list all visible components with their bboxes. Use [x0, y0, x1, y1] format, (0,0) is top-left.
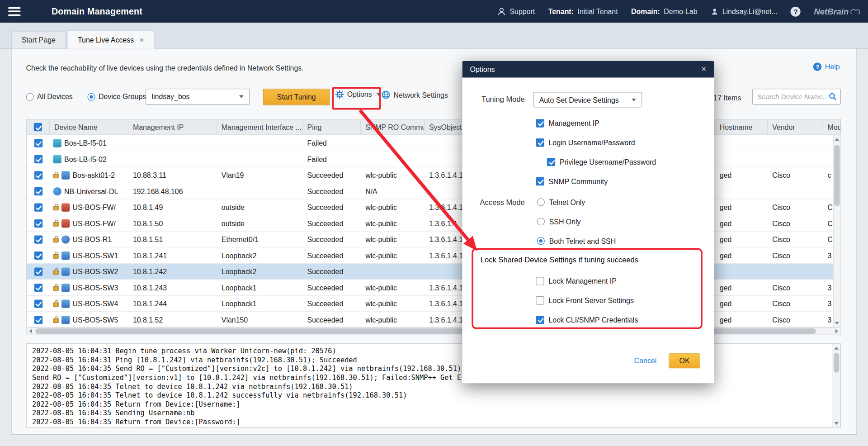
scroll-up-icon[interactable] — [833, 345, 840, 351]
checkbox[interactable] — [536, 277, 544, 285]
table-row[interactable]: US-BOS-SW210.8.1.242Loopback2Succeeded — [27, 264, 840, 280]
radio-button[interactable] — [537, 237, 545, 245]
device-name: NB-Universal-DL — [64, 187, 118, 195]
scroll-left-icon[interactable] — [27, 328, 34, 335]
tuning-option[interactable]: Management IP — [536, 119, 656, 128]
row-checkbox[interactable] — [34, 283, 42, 291]
access-mode-option[interactable]: Both Telnet and SSH — [537, 237, 616, 246]
radio-button[interactable] — [537, 198, 545, 206]
close-tab-icon[interactable] — [139, 36, 144, 44]
checkbox[interactable] — [536, 119, 544, 127]
column-header[interactable]: Model — [823, 119, 841, 134]
scroll-up-icon[interactable] — [834, 136, 840, 142]
table-vertical-scrollbar[interactable] — [833, 135, 841, 327]
column-header[interactable]: Management IP — [128, 119, 217, 134]
row-checkbox[interactable] — [34, 251, 42, 259]
column-header[interactable]: Ping — [303, 119, 361, 134]
device-groups-radio[interactable]: Device Groups — [87, 92, 146, 100]
table-row[interactable]: Bos-LB-f5-01Failed — [27, 135, 840, 152]
row-checkbox[interactable] — [34, 171, 42, 179]
row-checkbox-cell — [27, 199, 50, 215]
support-link[interactable]: Support — [497, 7, 535, 16]
user-menu[interactable]: Lindsay.Li@net... — [711, 7, 778, 15]
checkbox[interactable] — [536, 177, 544, 185]
search-icon[interactable] — [829, 92, 837, 100]
lock-option[interactable]: Lock CLI/SNMP Credentials — [536, 315, 638, 324]
checkbox[interactable] — [536, 315, 544, 323]
checkbox[interactable] — [536, 296, 544, 304]
search-input[interactable] — [753, 93, 829, 100]
table-row[interactable]: Bos-askt01-210.88.3.11Vlan19Succeededwlc… — [27, 167, 840, 184]
checkbox[interactable] — [536, 138, 544, 147]
cancel-button[interactable]: Cancel — [634, 357, 657, 365]
tuning-mode-label: Tuning Mode — [476, 95, 525, 104]
tab-tune-live-access[interactable]: Tune Live Access — [67, 30, 155, 48]
radio-button[interactable] — [537, 218, 545, 225]
tuning-mode-select[interactable]: Auto Set Device Settings — [533, 92, 642, 107]
scrollbar-thumb[interactable] — [834, 353, 839, 373]
row-checkbox[interactable] — [34, 235, 42, 243]
log-vertical-scrollbar[interactable] — [833, 344, 840, 427]
scroll-right-icon[interactable] — [833, 328, 840, 335]
table-horizontal-scrollbar[interactable] — [26, 327, 841, 335]
table-row[interactable]: Bos-LB-f5-02Failed — [27, 151, 840, 167]
domain-info[interactable]: Domain: Demo-Lab — [631, 7, 698, 15]
row-checkbox[interactable] — [34, 155, 42, 163]
row-checkbox[interactable] — [34, 315, 42, 323]
radio-button[interactable] — [87, 93, 95, 100]
hamburger-menu-icon[interactable] — [8, 7, 20, 16]
help-icon[interactable] — [791, 6, 801, 16]
table-row[interactable]: US-BOS-SW510.8.1.52Vlan150Succeededwlc-p… — [27, 312, 840, 327]
select-all-checkbox[interactable] — [34, 123, 42, 131]
row-checkbox[interactable] — [34, 267, 42, 275]
column-header[interactable]: Management Interface ... — [217, 119, 303, 134]
tenant-info[interactable]: Tenant: Initial Tenant — [548, 7, 618, 15]
row-checkbox[interactable] — [34, 219, 42, 227]
tuning-option[interactable]: Login Username/Password — [536, 138, 656, 147]
tuning-option[interactable]: SNMP Community — [536, 177, 656, 186]
table-row[interactable]: US-BOS-SW410.8.1.244Loopback1Succeededwl… — [27, 296, 840, 312]
network-settings-button[interactable]: Network Settings — [382, 90, 448, 100]
option-label: Telnet Only — [549, 198, 585, 206]
table-row[interactable]: US-BOS-FW/10.8.1.49outsideSucceededwlc-p… — [27, 199, 840, 216]
table-cell: wlc-public — [361, 199, 425, 215]
scrollbar-thumb[interactable] — [834, 145, 840, 206]
lock-option[interactable]: Lock Front Server Settings — [536, 296, 638, 305]
access-mode-option[interactable]: Telnet Only — [537, 198, 616, 207]
radio-button[interactable] — [26, 93, 34, 100]
row-checkbox[interactable] — [34, 203, 42, 211]
column-header[interactable] — [27, 119, 50, 134]
dialog-titlebar[interactable]: Options — [462, 61, 714, 78]
column-header[interactable]: SNMP RO Community — [361, 119, 425, 134]
search-box[interactable] — [752, 89, 841, 105]
column-header[interactable]: Device Name — [50, 119, 128, 134]
tuning-option[interactable]: Privilege Username/Password — [547, 157, 656, 166]
ok-button[interactable]: OK — [669, 353, 700, 368]
tab-start-page[interactable]: Start Page — [11, 32, 66, 48]
options-button[interactable]: Options — [335, 90, 381, 99]
table-cell: wlc-public — [361, 232, 425, 247]
scroll-down-icon[interactable] — [833, 420, 840, 427]
row-checkbox[interactable] — [34, 139, 42, 147]
row-checkbox[interactable] — [34, 187, 42, 195]
access-mode-option[interactable]: SSH Only — [537, 217, 616, 226]
table-row[interactable]: US-BOS-R110.8.1.51Ethernet0/1Succeededwl… — [27, 232, 840, 248]
device-group-select[interactable]: lindsay_bos — [146, 89, 250, 105]
row-checkbox[interactable] — [34, 299, 42, 308]
lock-option[interactable]: Lock Management IP — [536, 276, 638, 285]
checkbox[interactable] — [547, 157, 555, 166]
row-checkbox-cell — [27, 247, 50, 263]
scroll-down-icon[interactable] — [834, 320, 840, 327]
table-row[interactable]: US-BOS-SW110.8.1.241Loopback2Succeededwl… — [27, 247, 840, 264]
close-icon[interactable] — [701, 65, 706, 74]
table-cell: 10.8.1.243 — [128, 280, 217, 295]
start-tuning-button[interactable]: Start Tuning — [263, 89, 330, 105]
table-cell: wlc-public — [361, 296, 425, 311]
all-devices-radio[interactable]: All Devices — [26, 92, 73, 100]
table-row[interactable]: US-BOS-SW310.8.1.243Loopback1Succeededwl… — [27, 280, 840, 296]
help-link[interactable]: Help — [813, 62, 840, 71]
column-header[interactable]: Hostname — [715, 119, 768, 134]
column-header[interactable]: Vendor — [768, 119, 823, 134]
table-row[interactable]: US-BOS-FW/10.8.1.50outsideSucceededwlc-p… — [27, 215, 840, 232]
table-row[interactable]: NB-Universal-DL192.168.48.106SucceededN/… — [27, 183, 840, 199]
